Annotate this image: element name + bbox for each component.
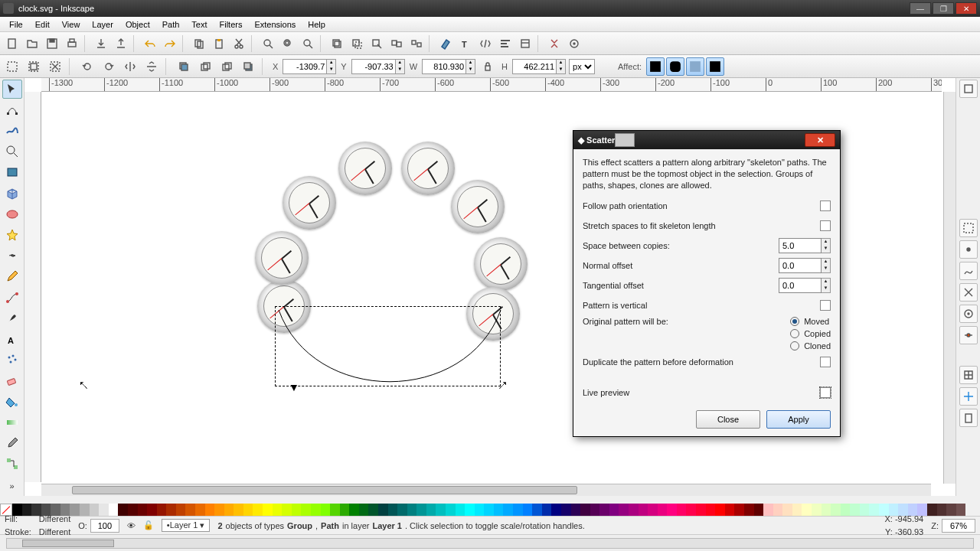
rotate-cw-button[interactable] (100, 57, 118, 76)
raise-top-button[interactable] (175, 57, 193, 76)
stretch-checkbox[interactable] (820, 220, 831, 231)
color-swatch[interactable] (128, 504, 138, 516)
layer-select[interactable]: •Layer 1 ▾ (162, 519, 211, 532)
zoom-drawing-button[interactable] (299, 34, 317, 53)
color-swatch[interactable] (157, 504, 167, 516)
color-swatch[interactable] (763, 504, 773, 516)
color-swatch[interactable] (166, 504, 176, 516)
node-tool[interactable] (2, 100, 22, 119)
zoom-fit-button[interactable] (259, 34, 277, 53)
color-swatch[interactable] (340, 504, 350, 516)
zoom-page-button[interactable] (279, 34, 297, 53)
affect-gradient-button[interactable] (686, 57, 704, 76)
selector-tool[interactable] (2, 80, 22, 99)
duplicate-checkbox[interactable] (820, 357, 831, 367)
color-swatch[interactable] (629, 504, 639, 516)
color-swatch[interactable] (349, 504, 359, 516)
color-swatch[interactable] (205, 504, 215, 516)
box3d-tool[interactable] (2, 184, 22, 203)
selection-handle[interactable]: ⭦ (78, 379, 89, 391)
opacity-field[interactable] (90, 519, 119, 533)
snap-guide-button[interactable] (959, 387, 978, 406)
save-button[interactable] (43, 34, 61, 53)
color-swatch[interactable] (686, 504, 696, 516)
color-swatch[interactable] (397, 504, 407, 516)
new-file-button[interactable] (3, 34, 21, 53)
scrollbar-vertical[interactable] (943, 92, 956, 484)
snap-path-button[interactable] (959, 262, 978, 280)
close-button[interactable]: ✕ (956, 2, 977, 15)
w-field[interactable] (422, 59, 466, 74)
color-swatch[interactable] (658, 504, 668, 516)
color-swatch[interactable] (407, 504, 417, 516)
color-swatch[interactable] (195, 504, 205, 516)
snap-intersection-button[interactable] (959, 283, 978, 302)
color-swatch[interactable] (561, 504, 571, 516)
color-swatch[interactable] (551, 504, 561, 516)
color-swatch[interactable] (475, 504, 485, 516)
visibility-icon[interactable]: 👁 (127, 521, 136, 530)
normal-offset-field[interactable] (779, 258, 822, 273)
affect-pattern-button[interactable] (706, 57, 724, 76)
gradient-tool[interactable] (2, 412, 22, 432)
bezier-tool[interactable] (2, 288, 22, 307)
lower-button[interactable] (217, 57, 236, 76)
fill-stroke-button[interactable] (436, 34, 455, 53)
color-swatch[interactable] (234, 504, 243, 516)
color-swatch[interactable] (822, 504, 831, 516)
color-swatch[interactable] (773, 504, 783, 516)
rotate-ccw-button[interactable] (78, 57, 96, 76)
color-swatch[interactable] (282, 504, 292, 516)
snap-page-button[interactable] (959, 409, 978, 427)
clone-button[interactable] (348, 34, 366, 53)
zoom-tool[interactable] (2, 142, 22, 161)
color-swatch[interactable] (792, 504, 802, 516)
color-swatch[interactable] (754, 504, 764, 516)
color-swatch[interactable] (99, 504, 109, 516)
color-swatch[interactable] (292, 504, 302, 516)
color-swatch[interactable] (185, 504, 195, 516)
vertical-checkbox[interactable] (820, 300, 831, 311)
color-swatch[interactable] (214, 504, 224, 516)
text-tool[interactable]: A (2, 329, 22, 348)
color-swatch[interactable] (368, 504, 378, 516)
spray-tool[interactable] (2, 350, 22, 370)
maximize-button[interactable]: ❐ (933, 2, 954, 15)
color-swatch[interactable] (321, 504, 331, 516)
apply-button[interactable]: Apply (766, 410, 831, 429)
raise-button[interactable] (196, 57, 214, 76)
snap-midpoint-button[interactable] (959, 326, 978, 344)
color-swatch[interactable] (70, 504, 80, 516)
palette-scrollbar[interactable] (6, 538, 974, 549)
color-swatch[interactable] (850, 504, 860, 516)
moved-radio[interactable] (790, 317, 799, 326)
color-swatch[interactable] (378, 504, 388, 516)
open-file-button[interactable] (23, 34, 41, 53)
input-devices-button[interactable] (565, 34, 583, 53)
dropper-tool[interactable] (2, 433, 22, 452)
color-swatch[interactable] (456, 504, 466, 516)
scrollbar-horizontal[interactable] (41, 484, 931, 496)
color-swatch[interactable] (224, 504, 234, 516)
dialog-close-button[interactable]: ✕ (805, 133, 835, 147)
color-swatch[interactable] (301, 504, 311, 516)
menu-edit[interactable]: Edit (29, 18, 56, 31)
redo-button[interactable] (161, 34, 179, 53)
color-swatch[interactable] (494, 504, 504, 516)
menu-view[interactable]: View (56, 18, 87, 31)
menu-layer[interactable]: Layer (86, 18, 119, 31)
deselect-button[interactable] (46, 57, 64, 76)
color-swatch[interactable] (841, 504, 851, 516)
menu-text[interactable]: Text (185, 18, 213, 31)
zoom-field[interactable] (942, 519, 975, 533)
y-field[interactable] (351, 59, 396, 74)
color-swatch[interactable] (706, 504, 716, 516)
color-swatch[interactable] (831, 504, 841, 516)
pencil-tool[interactable] (2, 267, 22, 286)
color-swatch[interactable] (446, 504, 456, 516)
menu-help[interactable]: Help (302, 18, 332, 31)
ellipse-tool[interactable] (2, 204, 22, 223)
select-all-button[interactable] (3, 57, 21, 76)
color-swatch[interactable] (812, 504, 822, 516)
duplicate-button[interactable] (328, 34, 346, 53)
